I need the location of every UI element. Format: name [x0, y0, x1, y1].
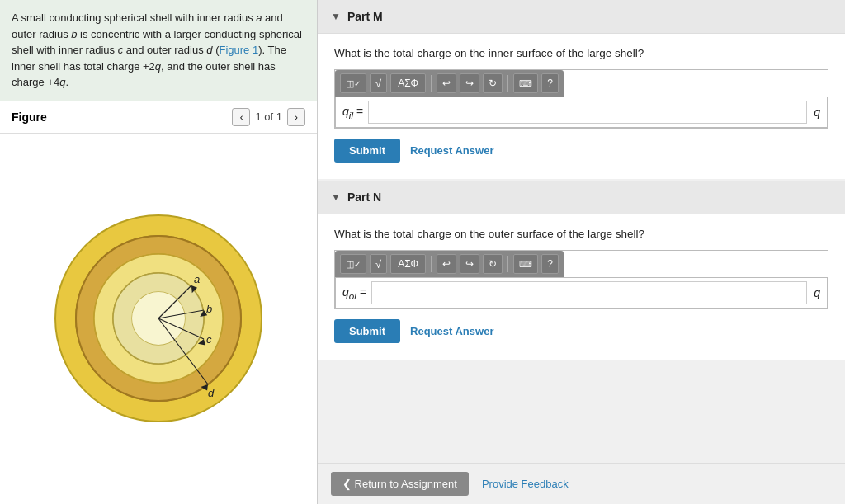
- part-n-input-row: qol = q: [335, 277, 828, 309]
- part-m-refresh-btn[interactable]: ↻: [483, 73, 503, 93]
- svg-text:d: d: [208, 387, 215, 399]
- part-m-input-label: qil =: [342, 105, 363, 120]
- part-m-divider1: [431, 75, 432, 92]
- part-n-question: What is the total charge on the outer su…: [334, 228, 828, 240]
- figure-canvas: a b c d: [0, 134, 317, 505]
- part-n-header[interactable]: ▼ Part N: [318, 181, 845, 214]
- part-n-toolbar: ◫✓ √ ΑΣΦ ↩ ↪ ↻ ⌨ ?: [335, 251, 564, 277]
- part-m-request-answer-link[interactable]: Request Answer: [410, 144, 493, 157]
- part-n-content: What is the total charge on the outer su…: [318, 214, 845, 360]
- part-n-divider1: [431, 256, 432, 272]
- part-n-refresh-btn[interactable]: ↻: [483, 254, 503, 274]
- svg-text:a: a: [194, 273, 200, 285]
- figure-diagram: a b c d: [43, 203, 274, 434]
- figure-nav: ‹ 1 of 1 ›: [232, 108, 305, 126]
- part-n-sigma-btn[interactable]: ΑΣΦ: [390, 254, 426, 274]
- part-n-arrow: ▼: [331, 191, 341, 203]
- left-panel: A small conducting spherical shell with …: [0, 0, 318, 504]
- part-m-keyboard-btn[interactable]: ⌨: [513, 73, 538, 93]
- part-n-redo-btn[interactable]: ↪: [460, 254, 479, 274]
- right-panel: ▼ Part M What is the total charge on the…: [318, 0, 845, 504]
- figure-section: Figure ‹ 1 of 1 ›: [0, 101, 317, 505]
- part-m-matrix-btn[interactable]: ◫✓: [340, 73, 366, 93]
- part-m-divider2: [507, 75, 508, 92]
- figure-label: Figure: [12, 111, 232, 124]
- part-m-toolbar: ◫✓ √ ΑΣΦ ↩ ↪ ↻ ⌨ ?: [335, 70, 564, 97]
- part-n-divider2: [507, 256, 508, 272]
- part-n-keyboard-btn[interactable]: ⌨: [513, 254, 538, 274]
- part-m-answer-input[interactable]: [368, 101, 807, 124]
- part-m-question: What is the total charge on the inner su…: [334, 47, 828, 59]
- part-m-title: Part M: [347, 10, 383, 23]
- part-n-submit-button[interactable]: Submit: [334, 319, 400, 343]
- provide-feedback-link[interactable]: Provide Feedback: [482, 478, 569, 490]
- part-m-sigma-btn[interactable]: ΑΣΦ: [390, 73, 426, 93]
- part-m-action-row: Submit Request Answer: [334, 139, 828, 163]
- part-m-content: What is the total charge on the inner su…: [318, 34, 845, 179]
- part-n-undo-btn[interactable]: ↩: [437, 254, 456, 274]
- part-m-input-row: qil = q: [335, 97, 828, 128]
- part-m-undo-btn[interactable]: ↩: [437, 73, 456, 93]
- part-m-arrow: ▼: [331, 11, 341, 22]
- part-m-redo-btn[interactable]: ↪: [460, 73, 479, 93]
- prev-figure-button[interactable]: ‹: [232, 108, 250, 126]
- bottom-bar: ❮ Return to Assignment Provide Feedback: [318, 463, 845, 504]
- part-m-help-btn[interactable]: ?: [541, 73, 559, 93]
- part-n-help-btn[interactable]: ?: [541, 254, 559, 274]
- part-n-action-row: Submit Request Answer: [334, 319, 828, 343]
- part-n-section: ▼ Part N What is the total charge on the…: [318, 181, 845, 360]
- figure-page-count: 1 of 1: [255, 111, 282, 123]
- spacer: [318, 361, 845, 463]
- part-n-title: Part N: [347, 191, 381, 204]
- part-m-submit-button[interactable]: Submit: [334, 139, 400, 163]
- figure-header: Figure ‹ 1 of 1 ›: [0, 101, 317, 134]
- part-n-input-label: qol =: [342, 285, 366, 301]
- part-m-section: ▼ Part M What is the total charge on the…: [318, 0, 845, 179]
- part-n-answer-input[interactable]: [371, 281, 807, 304]
- part-n-request-answer-link[interactable]: Request Answer: [410, 325, 493, 337]
- part-m-unit: q: [814, 106, 820, 119]
- svg-text:b: b: [206, 303, 212, 315]
- svg-text:c: c: [206, 333, 212, 346]
- part-m-sqrt-btn[interactable]: √: [370, 73, 387, 93]
- return-to-assignment-button[interactable]: ❮ Return to Assignment: [331, 472, 469, 496]
- part-n-answer-box: ◫✓ √ ΑΣΦ ↩ ↪ ↻ ⌨ ? qol =: [334, 250, 828, 309]
- problem-description: A small conducting spherical shell with …: [0, 0, 317, 101]
- figure-link[interactable]: Figure 1: [220, 44, 259, 56]
- part-n-matrix-btn[interactable]: ◫✓: [340, 254, 366, 274]
- next-figure-button[interactable]: ›: [287, 108, 305, 126]
- part-m-answer-box: ◫✓ √ ΑΣΦ ↩ ↪ ↻ ⌨ ? qil =: [334, 69, 828, 129]
- part-m-header[interactable]: ▼ Part M: [318, 0, 845, 34]
- part-n-sqrt-btn[interactable]: √: [370, 254, 387, 274]
- part-n-unit: q: [814, 286, 820, 299]
